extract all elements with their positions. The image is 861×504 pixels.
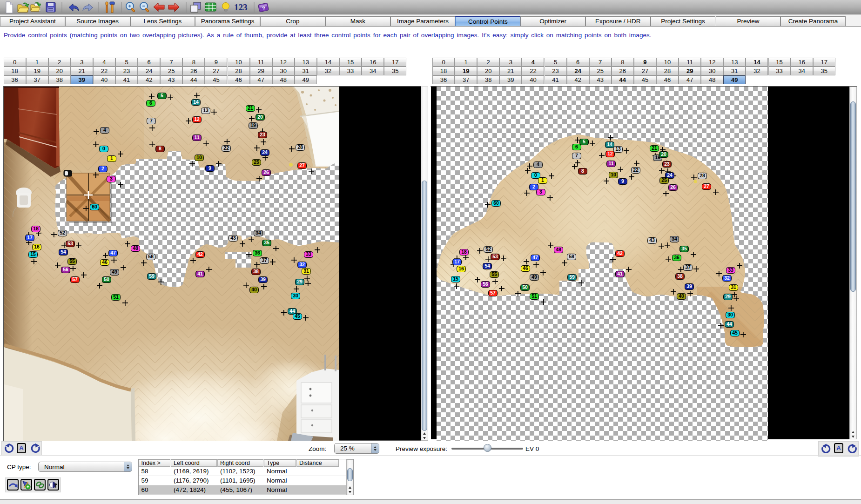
svg-text:123: 123	[234, 2, 248, 12]
